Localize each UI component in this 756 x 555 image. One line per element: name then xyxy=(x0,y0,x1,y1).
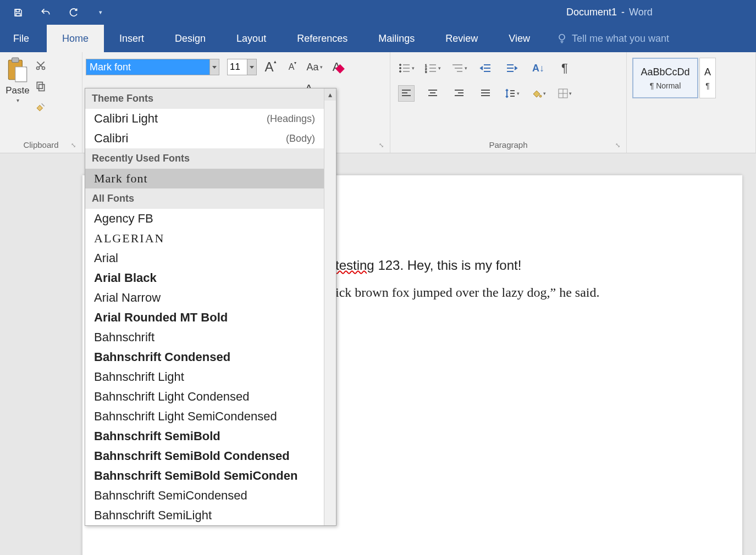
font-option-name: Bahnschrift SemiCondensed xyxy=(94,489,247,503)
font-name-combo[interactable] xyxy=(86,59,219,75)
font-option-name: Mark font xyxy=(94,171,148,186)
font-option[interactable]: Bahnschrift Light xyxy=(85,367,324,387)
multilevel-list-button[interactable]: ▾ xyxy=(451,60,467,76)
paint-bucket-icon xyxy=(531,88,542,98)
font-option[interactable]: Bahnschrift SemiBold xyxy=(85,426,324,446)
style-normal[interactable]: AaBbCcDd ¶ Normal xyxy=(632,58,698,98)
font-option[interactable]: Arial Black xyxy=(85,268,324,288)
font-option[interactable]: Bahnschrift SemiBold Condensed xyxy=(85,446,324,466)
copy-button[interactable] xyxy=(34,80,47,93)
tell-me-placeholder: Tell me what you want xyxy=(572,33,669,45)
line-spacing-icon xyxy=(505,88,516,98)
format-painter-button[interactable] xyxy=(34,101,47,114)
font-option-name: Bahnschrift Condensed xyxy=(94,350,230,364)
group-clipboard: Paste ▾ Clipboard ⤡ xyxy=(0,52,82,153)
pilcrow-icon: ¶ xyxy=(561,61,568,75)
tab-insert[interactable]: Insert xyxy=(104,25,159,52)
numbering-button[interactable]: 123▾ xyxy=(424,60,441,76)
undo-icon[interactable] xyxy=(40,7,52,19)
tab-references[interactable]: References xyxy=(282,25,363,52)
change-case-button[interactable]: Aa▾ xyxy=(306,59,323,75)
paragraph-launcher-icon[interactable]: ⤡ xyxy=(615,142,623,149)
clear-formatting-button[interactable]: A◆ xyxy=(328,59,345,75)
svg-point-2 xyxy=(559,35,565,40)
chevron-down-icon xyxy=(250,66,254,69)
font-option[interactable]: Calibri(Body) xyxy=(85,129,324,148)
svg-text:3: 3 xyxy=(425,70,427,73)
justify-button[interactable] xyxy=(477,85,494,102)
font-option[interactable]: Bahnschrift Condensed xyxy=(85,347,324,367)
font-size-dropdown-button[interactable] xyxy=(247,59,257,75)
style-next[interactable]: A ¶ xyxy=(699,58,716,98)
tab-home[interactable]: Home xyxy=(47,25,104,52)
font-option[interactable]: Bahnschrift Light Condensed xyxy=(85,387,324,407)
font-name-input[interactable] xyxy=(86,59,209,75)
font-option-name: Calibri xyxy=(94,131,128,146)
font-option[interactable]: Arial Narrow xyxy=(85,288,324,308)
cut-button[interactable] xyxy=(34,59,47,72)
tab-file[interactable]: File xyxy=(0,25,47,52)
scroll-up-icon[interactable]: ▴ xyxy=(324,88,336,101)
font-size-combo[interactable] xyxy=(227,59,257,75)
svg-point-10 xyxy=(399,64,401,66)
tab-design[interactable]: Design xyxy=(159,25,221,52)
group-label-paragraph: Paragraph xyxy=(396,140,621,151)
svg-rect-5 xyxy=(15,67,27,82)
clipboard-paste-icon xyxy=(5,57,30,84)
font-dropdown[interactable]: Theme Fonts Calibri Light(Headings)Calib… xyxy=(85,88,336,526)
font-option-name: Arial xyxy=(94,251,118,265)
align-right-button[interactable] xyxy=(451,85,467,102)
line-spacing-button[interactable]: ▾ xyxy=(504,85,520,102)
tab-view[interactable]: View xyxy=(493,25,545,52)
document-text-line-2[interactable]: ick brown fox jumped over the lazy dog,”… xyxy=(335,285,600,300)
font-option[interactable]: Agency FB xyxy=(85,209,324,229)
svg-point-12 xyxy=(399,68,401,69)
dropdown-header-recent: Recently Used Fonts xyxy=(85,148,324,169)
sort-button[interactable]: A↓ xyxy=(530,60,547,76)
tab-layout[interactable]: Layout xyxy=(221,25,282,52)
font-option[interactable]: Calibri Light(Headings) xyxy=(85,109,324,129)
decrease-indent-button[interactable] xyxy=(477,60,494,76)
font-option-name: Arial Narrow xyxy=(94,291,161,305)
font-option[interactable]: Bahnschrift Light SemiCondensed xyxy=(85,407,324,426)
font-option-name: Bahnschrift Light SemiCondensed xyxy=(94,409,277,424)
shrink-font-button[interactable]: A▾ xyxy=(284,59,301,75)
font-option[interactable]: Bahnschrift SemiCondensed xyxy=(85,486,324,506)
show-paragraph-marks-button[interactable]: ¶ xyxy=(556,60,573,76)
tab-mailings[interactable]: Mailings xyxy=(363,25,430,52)
increase-indent-button[interactable] xyxy=(504,60,520,76)
font-name-dropdown-button[interactable] xyxy=(209,59,219,75)
qat-customize-icon[interactable]: ▾ xyxy=(95,7,107,19)
window-title: Document1 - Word xyxy=(566,7,653,18)
tell-me-search[interactable]: Tell me what you want xyxy=(545,25,669,52)
font-launcher-icon[interactable]: ⤡ xyxy=(379,142,387,149)
style-name: ¶ Normal xyxy=(650,81,681,90)
title-bar: ▾ Document1 - Word xyxy=(0,0,756,25)
font-option[interactable]: Arial xyxy=(85,248,324,268)
font-size-input[interactable] xyxy=(227,59,247,75)
dropdown-header-theme: Theme Fonts xyxy=(85,88,324,109)
borders-button[interactable]: ▾ xyxy=(556,85,573,102)
dropdown-header-all: All Fonts xyxy=(85,188,324,209)
bullets-button[interactable]: ▾ xyxy=(398,60,415,76)
font-option[interactable]: Arial Rounded MT Bold xyxy=(85,308,324,328)
paste-button[interactable]: Paste ▾ xyxy=(5,57,30,103)
grow-font-button[interactable]: A▴ xyxy=(262,59,279,75)
align-left-button[interactable] xyxy=(398,85,415,102)
redo-icon[interactable] xyxy=(67,7,79,19)
tab-review[interactable]: Review xyxy=(430,25,493,52)
increase-indent-icon xyxy=(506,63,518,73)
font-option-name: Arial Black xyxy=(94,271,157,285)
align-center-button[interactable] xyxy=(424,85,441,102)
clipboard-launcher-icon[interactable]: ⤡ xyxy=(71,142,79,149)
font-option[interactable]: ALGERIAN xyxy=(85,229,324,248)
font-option[interactable]: Bahnschrift xyxy=(85,328,324,347)
document-text-line-1[interactable]: testing 123. Hey, this is my font! xyxy=(335,258,521,273)
font-option[interactable]: Bahnschrift SemiBold SemiConden xyxy=(85,466,324,486)
font-option[interactable]: Mark font xyxy=(85,169,324,188)
grow-font-icon: A xyxy=(264,59,273,75)
save-icon[interactable] xyxy=(12,7,24,19)
dropdown-scrollbar[interactable]: ▴ xyxy=(324,88,336,525)
shading-button[interactable]: ▾ xyxy=(530,85,547,102)
font-option[interactable]: Bahnschrift SemiLight xyxy=(85,506,324,525)
